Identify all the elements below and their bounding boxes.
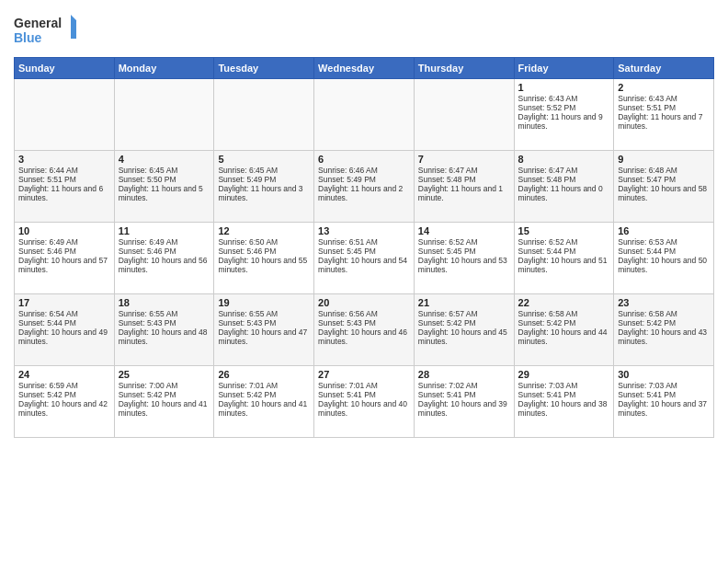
cell-content: Sunrise: 6:55 AM <box>218 309 310 318</box>
calendar-cell: 10Sunrise: 6:49 AMSunset: 5:46 PMDayligh… <box>15 223 115 294</box>
calendar-cell: 30Sunrise: 7:03 AMSunset: 5:41 PMDayligh… <box>614 366 714 438</box>
cell-content: Sunrise: 6:58 AM <box>618 309 710 318</box>
day-number: 18 <box>119 297 210 308</box>
cell-content: Daylight: 10 hours and 58 minutes. <box>618 184 710 202</box>
cell-content: Sunset: 5:52 PM <box>518 103 610 112</box>
cell-content: Sunset: 5:43 PM <box>318 318 410 327</box>
calendar-cell: 5Sunrise: 6:45 AMSunset: 5:49 PMDaylight… <box>214 151 314 223</box>
day-number: 1 <box>518 82 610 93</box>
calendar-header-row: SundayMondayTuesdayWednesdayThursdayFrid… <box>15 58 714 79</box>
cell-content: Sunset: 5:46 PM <box>218 247 310 256</box>
day-number: 14 <box>418 225 510 236</box>
day-number: 23 <box>618 297 710 308</box>
calendar-cell <box>114 79 214 151</box>
cell-content: Daylight: 10 hours and 42 minutes. <box>18 399 110 418</box>
calendar-cell: 2Sunrise: 6:43 AMSunset: 5:51 PMDaylight… <box>614 79 714 151</box>
day-of-week-header: Saturday <box>614 58 714 79</box>
calendar-cell: 23Sunrise: 6:58 AMSunset: 5:42 PMDayligh… <box>614 294 714 366</box>
day-of-week-header: Tuesday <box>214 58 314 79</box>
day-number: 21 <box>418 297 510 308</box>
day-number: 12 <box>218 225 310 236</box>
cell-content: Sunrise: 6:55 AM <box>119 309 210 318</box>
cell-content: Sunrise: 6:59 AM <box>18 381 110 390</box>
calendar-week-row: 3Sunrise: 6:44 AMSunset: 5:51 PMDaylight… <box>15 151 714 223</box>
cell-content: Sunrise: 6:52 AM <box>418 237 510 247</box>
day-number: 8 <box>518 154 610 165</box>
cell-content: Daylight: 10 hours and 39 minutes. <box>418 399 510 418</box>
cell-content: Sunset: 5:46 PM <box>18 247 110 256</box>
calendar-cell: 20Sunrise: 6:56 AMSunset: 5:43 PMDayligh… <box>314 294 415 366</box>
header: GeneralBlue <box>14 9 714 50</box>
day-number: 22 <box>518 297 610 308</box>
cell-content: Sunset: 5:49 PM <box>218 175 310 184</box>
cell-content: Sunrise: 7:03 AM <box>618 381 710 390</box>
calendar-cell: 8Sunrise: 6:47 AMSunset: 5:48 PMDaylight… <box>514 151 614 223</box>
day-number: 30 <box>618 369 710 380</box>
cell-content: Sunset: 5:41 PM <box>418 390 510 399</box>
cell-content: Daylight: 11 hours and 1 minute. <box>418 184 510 202</box>
day-number: 25 <box>119 369 210 380</box>
cell-content: Daylight: 11 hours and 3 minutes. <box>218 184 310 202</box>
day-number: 3 <box>18 154 110 165</box>
cell-content: Sunrise: 6:44 AM <box>18 166 110 175</box>
cell-content: Sunrise: 7:01 AM <box>218 381 310 390</box>
calendar-cell: 26Sunrise: 7:01 AMSunset: 5:42 PMDayligh… <box>214 366 314 438</box>
day-number: 19 <box>218 297 310 308</box>
calendar-cell <box>214 79 314 151</box>
cell-content: Sunrise: 6:56 AM <box>318 309 410 318</box>
cell-content: Sunrise: 6:48 AM <box>618 166 710 175</box>
calendar-cell: 17Sunrise: 6:54 AMSunset: 5:44 PMDayligh… <box>15 294 115 366</box>
calendar-cell: 16Sunrise: 6:53 AMSunset: 5:44 PMDayligh… <box>614 223 714 294</box>
cell-content: Daylight: 10 hours and 45 minutes. <box>418 327 510 346</box>
cell-content: Sunset: 5:41 PM <box>318 390 410 399</box>
cell-content: Daylight: 10 hours and 41 minutes. <box>218 399 310 418</box>
cell-content: Sunset: 5:42 PM <box>518 318 610 327</box>
cell-content: Daylight: 10 hours and 56 minutes. <box>119 256 210 274</box>
cell-content: Daylight: 11 hours and 5 minutes. <box>119 184 210 202</box>
cell-content: Sunset: 5:42 PM <box>18 390 110 399</box>
calendar-cell: 7Sunrise: 6:47 AMSunset: 5:48 PMDaylight… <box>414 151 514 223</box>
cell-content: Sunrise: 6:45 AM <box>119 166 210 175</box>
day-number: 16 <box>618 225 710 236</box>
calendar-cell: 9Sunrise: 6:48 AMSunset: 5:47 PMDaylight… <box>614 151 714 223</box>
calendar-cell: 3Sunrise: 6:44 AMSunset: 5:51 PMDaylight… <box>15 151 115 223</box>
cell-content: Sunrise: 6:58 AM <box>518 309 610 318</box>
day-number: 4 <box>119 154 210 165</box>
logo: GeneralBlue <box>14 13 87 50</box>
cell-content: Daylight: 10 hours and 40 minutes. <box>318 399 410 418</box>
svg-marker-2 <box>71 15 82 39</box>
calendar-cell: 25Sunrise: 7:00 AMSunset: 5:42 PMDayligh… <box>114 366 214 438</box>
calendar-week-row: 1Sunrise: 6:43 AMSunset: 5:52 PMDaylight… <box>15 79 714 151</box>
cell-content: Daylight: 10 hours and 54 minutes. <box>318 256 410 274</box>
cell-content: Sunrise: 6:43 AM <box>618 94 710 103</box>
calendar-cell: 14Sunrise: 6:52 AMSunset: 5:45 PMDayligh… <box>414 223 514 294</box>
day-number: 2 <box>618 82 710 93</box>
cell-content: Sunrise: 6:43 AM <box>518 94 610 103</box>
day-number: 13 <box>318 225 410 236</box>
day-number: 10 <box>18 225 110 236</box>
cell-content: Sunrise: 6:49 AM <box>119 237 210 247</box>
cell-content: Sunset: 5:44 PM <box>618 247 710 256</box>
cell-content: Daylight: 11 hours and 9 minutes. <box>518 112 610 131</box>
calendar-table: SundayMondayTuesdayWednesdayThursdayFrid… <box>14 57 714 438</box>
cell-content: Sunset: 5:44 PM <box>518 247 610 256</box>
calendar-cell <box>15 79 115 151</box>
calendar-cell: 19Sunrise: 6:55 AMSunset: 5:43 PMDayligh… <box>214 294 314 366</box>
cell-content: Daylight: 10 hours and 43 minutes. <box>618 327 710 346</box>
calendar-cell: 11Sunrise: 6:49 AMSunset: 5:46 PMDayligh… <box>114 223 214 294</box>
cell-content: Sunrise: 6:53 AM <box>618 237 710 247</box>
cell-content: Daylight: 10 hours and 47 minutes. <box>218 327 310 346</box>
day-number: 20 <box>318 297 410 308</box>
cell-content: Daylight: 10 hours and 57 minutes. <box>18 256 110 274</box>
calendar-cell: 13Sunrise: 6:51 AMSunset: 5:45 PMDayligh… <box>314 223 415 294</box>
day-number: 11 <box>119 225 210 236</box>
cell-content: Daylight: 11 hours and 6 minutes. <box>18 184 110 202</box>
calendar-week-row: 10Sunrise: 6:49 AMSunset: 5:46 PMDayligh… <box>15 223 714 294</box>
cell-content: Sunset: 5:42 PM <box>119 390 210 399</box>
cell-content: Sunset: 5:50 PM <box>119 175 210 184</box>
cell-content: Sunset: 5:46 PM <box>119 247 210 256</box>
calendar-cell: 29Sunrise: 7:03 AMSunset: 5:41 PMDayligh… <box>514 366 614 438</box>
day-number: 15 <box>518 225 610 236</box>
cell-content: Daylight: 10 hours and 51 minutes. <box>518 256 610 274</box>
calendar-cell: 4Sunrise: 6:45 AMSunset: 5:50 PMDaylight… <box>114 151 214 223</box>
